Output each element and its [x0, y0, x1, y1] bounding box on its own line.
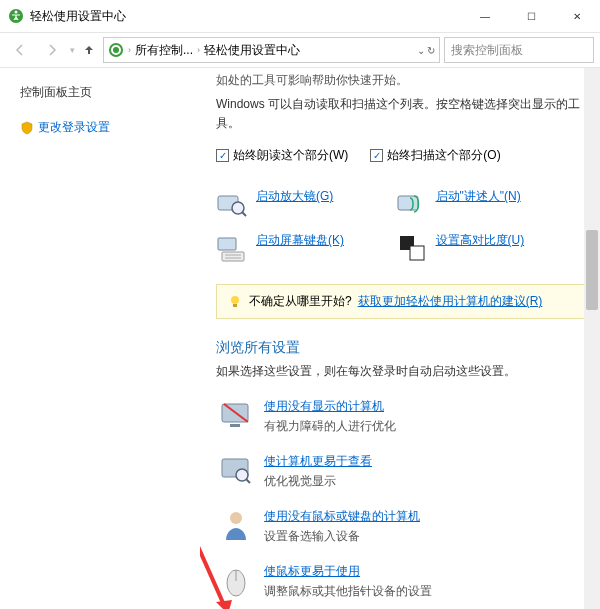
svg-rect-10 [222, 252, 244, 261]
shield-icon [20, 121, 34, 135]
mouse-icon [218, 563, 254, 599]
opt-no-display[interactable]: 使用没有显示的计算机有视力障碍的人进行优化 [216, 396, 590, 437]
opt-no-mouse[interactable]: 使用没有鼠标或键盘的计算机设置备选输入设备 [216, 506, 590, 547]
magnifier-icon [216, 188, 248, 220]
back-button[interactable] [6, 36, 34, 64]
tool-magnifier[interactable]: 启动放大镜(G) [216, 182, 396, 226]
monitor-off-icon [218, 398, 254, 434]
svg-point-23 [230, 512, 242, 524]
navbar: ▾ › 所有控制... › 轻松使用设置中心 ⌄↻ 搜索控制面板 [0, 32, 600, 68]
svg-rect-16 [233, 304, 237, 307]
svg-rect-9 [218, 238, 236, 250]
tool-narrator[interactable]: 启动"讲述人"(N) [396, 182, 576, 226]
svg-rect-18 [230, 424, 240, 427]
opt-easy-see[interactable]: 使计算机更易于查看优化视觉显示 [216, 451, 590, 492]
search-input[interactable]: 搜索控制面板 [444, 37, 594, 63]
sidebar-login-link[interactable]: 更改登录设置 [20, 119, 188, 136]
svg-rect-14 [410, 246, 424, 260]
sidebar: 控制面板主页 更改登录设置 [0, 68, 200, 609]
up-button[interactable] [79, 36, 99, 64]
lightbulb-icon [227, 294, 243, 310]
chevron-right-icon: › [195, 45, 202, 55]
maximize-button[interactable]: ☐ [508, 0, 554, 32]
breadcrumb[interactable]: › 所有控制... › 轻松使用设置中心 ⌄↻ [103, 37, 440, 63]
svg-point-4 [113, 47, 119, 53]
always-scan-checkbox[interactable]: ✓ 始终扫描这个部分(O) [370, 147, 500, 164]
browse-sub: 如果选择这些设置，则在每次登录时自动启动这些设置。 [216, 363, 590, 380]
content-area: 如处的工具可影响帮助你快速开始。 Windows 可以自动读取和扫描这个列表。按… [200, 68, 600, 609]
hint-question: 不确定从哪里开始? [249, 293, 352, 310]
person-icon [218, 508, 254, 544]
svg-line-22 [246, 479, 250, 483]
titlebar: 轻松使用设置中心 — ☐ ✕ [0, 0, 600, 32]
breadcrumb-item[interactable]: 轻松使用设置中心 [204, 42, 300, 59]
intro-truncated: 如处的工具可影响帮助你快速开始。 [216, 72, 590, 89]
checkbox-icon: ✓ [216, 149, 229, 162]
scrollbar[interactable] [584, 68, 600, 609]
hint-link[interactable]: 获取更加轻松使用计算机的建议(R) [358, 293, 543, 310]
sidebar-home-link[interactable]: 控制面板主页 [20, 84, 188, 101]
refresh-button[interactable]: ↻ [427, 45, 435, 56]
svg-point-15 [231, 296, 239, 304]
keyboard-icon [216, 232, 248, 264]
close-button[interactable]: ✕ [554, 0, 600, 32]
svg-line-7 [242, 212, 246, 216]
tool-contrast[interactable]: 设置高对比度(U) [396, 226, 576, 270]
opt-mouse[interactable]: 使鼠标更易于使用调整鼠标或其他指针设备的设置 [216, 561, 590, 602]
breadcrumb-item[interactable]: 所有控制... [135, 42, 193, 59]
narrator-icon [396, 188, 428, 220]
contrast-icon [396, 232, 428, 264]
svg-rect-8 [398, 196, 418, 210]
browse-heading: 浏览所有设置 [216, 339, 590, 357]
intro-text: Windows 可以自动读取和扫描这个列表。按空格键选择突出显示的工具。 [216, 95, 590, 133]
monitor-zoom-icon [218, 453, 254, 489]
chevron-right-icon: › [126, 45, 133, 55]
forward-button[interactable] [38, 36, 66, 64]
breadcrumb-dropdown[interactable]: ⌄ [417, 45, 425, 56]
window-title: 轻松使用设置中心 [30, 8, 462, 25]
breadcrumb-icon [108, 42, 124, 58]
tool-osk[interactable]: 启动屏幕键盘(K) [216, 226, 396, 270]
checkbox-icon: ✓ [370, 149, 383, 162]
ease-of-access-icon [8, 8, 24, 24]
svg-point-1 [15, 11, 18, 14]
always-read-checkbox[interactable]: ✓ 始终朗读这个部分(W) [216, 147, 348, 164]
history-dropdown[interactable]: ▾ [70, 45, 75, 55]
minimize-button[interactable]: — [462, 0, 508, 32]
hint-bar: 不确定从哪里开始? 获取更加轻松使用计算机的建议(R) [216, 284, 590, 319]
search-placeholder: 搜索控制面板 [451, 42, 523, 59]
